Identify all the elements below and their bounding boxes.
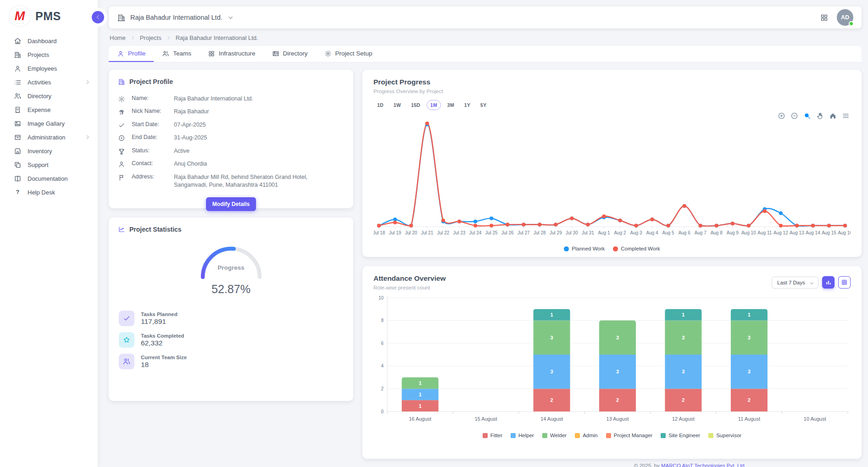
range-1y[interactable]: 1Y <box>461 100 474 110</box>
sidebar-item-administration[interactable]: Administration <box>0 130 98 144</box>
sidebar-item-label: Expense <box>28 106 51 113</box>
menu-icon[interactable] <box>842 112 850 120</box>
modify-details-button[interactable]: Modify Details <box>206 197 256 211</box>
sidebar-item-expense[interactable]: Expense <box>0 103 98 117</box>
attendance-controls: Last 7 Days <box>772 276 851 289</box>
time-range-selector: 1D1W15D1M3M1Y5Y <box>373 100 851 110</box>
chart-view-button[interactable] <box>822 276 835 289</box>
range-1m[interactable]: 1M <box>427 100 441 110</box>
legend-item-completed-work[interactable]: Completed Work <box>613 246 660 251</box>
sidebar-collapse-button[interactable] <box>92 11 104 23</box>
fingerprint-icon <box>118 108 132 116</box>
svg-text:3: 3 <box>616 335 619 340</box>
project-statistics-card: Project Statistics Progress 52.87% Tasks… <box>109 217 353 401</box>
breadcrumb-item-projects[interactable]: Projects <box>140 34 161 41</box>
sidebar-item-activities[interactable]: Activities <box>0 75 98 89</box>
svg-text:Aug 4: Aug 4 <box>646 230 659 235</box>
sidebar-item-dashboard[interactable]: Dashboard <box>0 34 98 48</box>
receipt-icon <box>14 106 22 114</box>
sidebar-item-support[interactable]: Support <box>0 158 98 172</box>
legend-label: Planned Work <box>572 246 605 251</box>
svg-text:3: 3 <box>551 369 553 374</box>
left-column: Project Profile Name:Raja Bahadur Intern… <box>109 70 353 467</box>
svg-text:4: 4 <box>381 363 384 368</box>
field-value: Raja Bahadur Mill Rd, behind Sheraton Gr… <box>174 173 344 189</box>
zoom-out-icon[interactable] <box>790 112 798 120</box>
tab-project-setup[interactable]: Project Setup <box>316 46 381 62</box>
svg-text:8: 8 <box>381 318 384 323</box>
range-3m[interactable]: 3M <box>444 100 458 110</box>
legend-item-helper[interactable]: Helper <box>511 433 534 438</box>
table-view-button[interactable] <box>838 276 851 289</box>
range-1w[interactable]: 1W <box>390 100 405 110</box>
sidebar-item-directory[interactable]: Directory <box>0 89 98 103</box>
svg-text:6: 6 <box>381 341 384 346</box>
legend-label: Supervisor <box>716 433 741 438</box>
tab-profile[interactable]: Profile <box>109 46 154 62</box>
legend-label: Helper <box>518 433 534 438</box>
period-select[interactable]: Last 7 Days <box>772 277 818 289</box>
zoom-in-icon[interactable] <box>778 112 785 120</box>
tab-directory[interactable]: Directory <box>264 46 316 62</box>
svg-text:Aug 12: Aug 12 <box>773 230 788 235</box>
stat-value: 117,891 <box>141 317 178 326</box>
tab-teams[interactable]: Teams <box>154 46 200 62</box>
selection-zoom-icon[interactable] <box>803 112 811 120</box>
footer-company-link[interactable]: MARCO AIoT Technologies Pvt. Ltd. <box>661 463 746 467</box>
header-actions: AD <box>820 9 853 26</box>
field-label: Address: <box>132 173 174 180</box>
company-selector[interactable]: Raja Bahadur International Ltd. <box>117 13 234 22</box>
field-contact: Contact:Anuj Chordia <box>118 158 344 171</box>
legend-item-supervisor[interactable]: Supervisor <box>708 433 741 438</box>
svg-text:1: 1 <box>682 312 684 317</box>
legend-swatch <box>613 246 618 251</box>
range-5y[interactable]: 5Y <box>477 100 490 110</box>
legend-item-admin[interactable]: Admin <box>575 433 598 438</box>
legend-swatch <box>564 246 569 251</box>
legend-item-planned-work[interactable]: Planned Work <box>564 246 605 251</box>
range-15d[interactable]: 15D <box>407 100 424 110</box>
svg-text:Jul 26: Jul 26 <box>501 230 514 235</box>
svg-text:Jul 31: Jul 31 <box>582 230 594 235</box>
legend-swatch <box>483 433 488 438</box>
gear-icon <box>324 50 332 57</box>
tab-infrastructure[interactable]: Infrastructure <box>200 46 264 62</box>
sidebar-item-projects[interactable]: Projects <box>0 48 98 61</box>
field-label: Contact: <box>132 160 174 167</box>
brand-logo-icon: M <box>9 6 30 27</box>
sidebar-item-inventory[interactable]: Inventory <box>0 144 98 158</box>
copy-icon <box>14 161 22 169</box>
sidebar-item-documentation[interactable]: Documentation <box>0 172 98 185</box>
apps-grid-icon[interactable] <box>820 13 829 22</box>
range-1d[interactable]: 1D <box>373 100 387 110</box>
legend-item-project-manager[interactable]: Project Manager <box>606 433 652 438</box>
check-icon <box>119 311 134 326</box>
user-avatar[interactable]: AD <box>837 9 853 26</box>
sidebar-item-label: Projects <box>28 51 49 58</box>
chevron-right-icon <box>130 35 135 40</box>
legend-item-welder[interactable]: Welder <box>542 433 567 438</box>
breadcrumb-item-home[interactable]: Home <box>110 34 126 41</box>
legend-item-fitter[interactable]: Fitter <box>483 433 502 438</box>
sidebar-item-image-gallary[interactable]: Image Gallary <box>0 117 98 130</box>
legend-item-site-engineer[interactable]: Site Engineer <box>661 433 700 438</box>
progress-gauge-block: Progress 52.87% <box>118 238 344 296</box>
field-label: Name: <box>132 95 174 101</box>
pan-icon[interactable] <box>816 112 824 120</box>
person-icon <box>117 50 124 57</box>
reset-zoom-icon[interactable] <box>829 112 837 120</box>
field-value: Active <box>174 147 344 156</box>
card-title: Project Statistics <box>129 226 182 233</box>
app-logo[interactable]: M PMS <box>0 0 98 34</box>
sidebar-item-label: Activities <box>28 79 51 86</box>
svg-text:1: 1 <box>748 312 751 317</box>
gauge-label: Progress <box>118 264 344 271</box>
star-icon <box>119 332 134 348</box>
chevron-right-icon <box>166 35 171 40</box>
chart-subtitle: Progress Overview by Project <box>373 89 851 94</box>
store-icon <box>14 147 22 155</box>
sidebar-item-label: Image Gallary <box>28 120 65 127</box>
sidebar-item-employees[interactable]: Employees <box>0 61 98 75</box>
sidebar-item-help-desk[interactable]: ?Help Desk <box>0 185 98 199</box>
online-status-dot <box>849 21 854 26</box>
